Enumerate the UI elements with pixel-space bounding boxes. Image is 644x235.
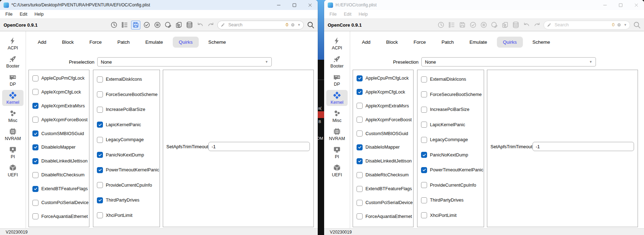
tab[interactable]: Add: [32, 37, 52, 48]
disk-edit-icon[interactable]: [490, 21, 499, 29]
redo-icon[interactable]: [207, 21, 215, 29]
close-button[interactable]: [628, 0, 644, 10]
titlebar[interactable]: *C:/Users/turko/Desktop/HPVENTURA/HPVENT…: [0, 0, 318, 10]
quirk-row[interactable]: ProvideCurrentCpuInfo: [417, 182, 484, 189]
checkbox[interactable]: [32, 103, 38, 109]
sidebar-item-pi[interactable]: PI: [326, 144, 348, 160]
minimize-button[interactable]: [597, 0, 613, 10]
quirk-row[interactable]: ForceSecureBootScheme: [417, 91, 484, 98]
tab[interactable]: Scheme: [202, 37, 232, 48]
sidebar-item-dp[interactable]: DP: [2, 72, 24, 88]
disk-edit-icon[interactable]: [164, 21, 172, 29]
checkbox[interactable]: [32, 117, 38, 123]
checkbox[interactable]: [97, 167, 103, 173]
checkbox[interactable]: [421, 91, 427, 97]
checkbox[interactable]: [421, 122, 427, 128]
validate-icon[interactable]: [469, 21, 477, 29]
menu-item[interactable]: Help: [355, 12, 372, 17]
quirk-row[interactable]: CustomSMBIOSGuid: [353, 130, 413, 137]
sidebar-item-nvram[interactable]: NVRAM: [326, 126, 348, 142]
checkbox[interactable]: [357, 158, 363, 164]
sidebar-item-nvram[interactable]: NVRAM: [2, 126, 24, 142]
tab[interactable]: Block: [380, 37, 404, 48]
checkbox[interactable]: [357, 130, 363, 137]
clear-search-icon[interactable]: [617, 22, 622, 27]
sidebar-item-acpi[interactable]: ACPI: [326, 36, 348, 52]
checkbox[interactable]: [32, 75, 38, 81]
checkbox[interactable]: [32, 200, 38, 206]
quirk-row[interactable]: AppleXcpmExtraMsrs: [353, 102, 413, 110]
quirk-row[interactable]: ExtendBTFeatureFlags: [353, 185, 413, 192]
checkbox[interactable]: [32, 158, 38, 164]
quirk-row[interactable]: LapicKernelPanic: [417, 121, 484, 128]
quirk-row[interactable]: LegacyCommpage: [93, 136, 160, 143]
quirk-row[interactable]: PanicNoKextDump: [417, 151, 484, 159]
tab[interactable]: Quirks: [497, 37, 523, 48]
sidebar-item-misc[interactable]: Misc: [2, 108, 24, 124]
quirk-row[interactable]: ExternalDiskIcons: [93, 76, 160, 83]
quirk-row[interactable]: LegacyCommpage: [417, 136, 484, 143]
sidebar-item-kernel[interactable]: Kernel: [2, 90, 24, 106]
quirk-row[interactable]: AppleXcpmForceBoost: [353, 116, 413, 123]
titlebar[interactable]: H:/EFI/OC/config.plist: [324, 0, 644, 10]
checkbox[interactable]: [357, 144, 363, 150]
quirk-row[interactable]: CustomPciSerialDevice: [29, 199, 89, 206]
quirk-row[interactable]: ThirdPartyDrives: [417, 197, 484, 204]
sidebar-item-dp[interactable]: DP: [326, 72, 348, 88]
quirk-row[interactable]: AppleXcpmCfgLock: [353, 89, 413, 96]
sidebar-item-uefi[interactable]: UEFI: [2, 162, 24, 178]
quirk-row[interactable]: IncreasePciBarSize: [93, 106, 160, 113]
checkbox[interactable]: [97, 137, 103, 143]
sidebar-item-booter[interactable]: Booter: [2, 54, 24, 70]
checkbox[interactable]: [32, 144, 38, 150]
checkbox[interactable]: [32, 130, 38, 137]
quirk-row[interactable]: DisableLinkeditJettison: [353, 157, 413, 165]
clear-search-icon[interactable]: [290, 22, 295, 27]
tab[interactable]: Force: [83, 37, 108, 48]
quirk-row[interactable]: AppleCpuPmCfgLock: [353, 75, 413, 82]
menu-item[interactable]: File: [326, 12, 340, 17]
checkbox[interactable]: [32, 213, 38, 219]
quirk-row[interactable]: XhciPortLimit: [417, 212, 484, 219]
quirk-row[interactable]: ForceAquantiaEthernet: [353, 213, 413, 220]
tab[interactable]: Emulate: [139, 37, 169, 48]
menu-item[interactable]: File: [2, 12, 16, 17]
tab[interactable]: Patch: [436, 37, 460, 48]
quirk-row[interactable]: ForceSecureBootScheme: [93, 91, 160, 98]
history-icon[interactable]: [110, 21, 118, 29]
sidebar-item-acpi[interactable]: ACPI: [2, 36, 24, 52]
tab[interactable]: Emulate: [463, 37, 493, 48]
checkbox[interactable]: [97, 122, 103, 128]
checkbox[interactable]: [421, 107, 427, 113]
tab[interactable]: Quirks: [173, 37, 199, 48]
quirk-row[interactable]: ForceAquantiaEthernet: [29, 213, 89, 220]
preselection-dropdown[interactable]: None ▼: [97, 57, 272, 66]
checkbox[interactable]: [97, 76, 103, 82]
quirk-row[interactable]: PanicNoKextDump: [93, 151, 160, 159]
close-button[interactable]: [302, 0, 318, 10]
search-input[interactable]: [554, 22, 610, 28]
quirk-row[interactable]: DisableRtcChecksum: [29, 171, 89, 178]
quirk-row[interactable]: DisableRtcChecksum: [353, 171, 413, 178]
quirk-row[interactable]: XhciPortLimit: [93, 212, 160, 219]
sidebar-item-kernel[interactable]: Kernel: [326, 90, 348, 106]
quirk-row[interactable]: DisableLinkeditJettison: [29, 157, 89, 165]
validate-icon[interactable]: [142, 21, 151, 29]
checkbox[interactable]: [357, 103, 363, 109]
checkbox[interactable]: [357, 89, 363, 95]
quirk-row[interactable]: PowerTimeoutKernelPanic: [417, 166, 484, 173]
tab[interactable]: Block: [56, 37, 80, 48]
minimize-button[interactable]: [271, 0, 286, 10]
history-icon[interactable]: [437, 21, 445, 29]
checkbox[interactable]: [357, 172, 363, 178]
import-icon[interactable]: [175, 21, 183, 29]
maximize-button[interactable]: [286, 0, 302, 10]
quirk-row[interactable]: CustomPciSerialDevice: [353, 199, 413, 206]
maximize-button[interactable]: [613, 0, 628, 10]
checklist-icon[interactable]: [120, 21, 129, 29]
checkbox[interactable]: [32, 186, 38, 192]
checkbox[interactable]: [97, 182, 103, 188]
quirk-row[interactable]: AppleXcpmExtraMsrs: [29, 102, 89, 110]
menu-item[interactable]: Edit: [340, 12, 355, 17]
search-caret-icon[interactable]: ▼: [624, 23, 627, 27]
